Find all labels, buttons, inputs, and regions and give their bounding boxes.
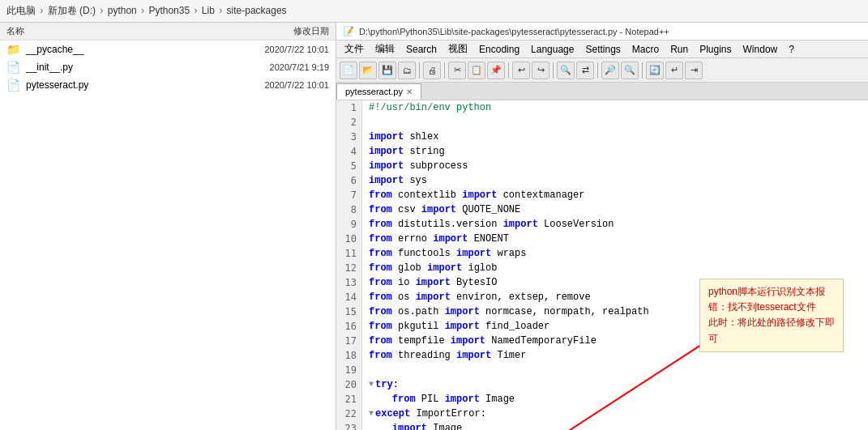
toolbar-cut[interactable]: ✂: [448, 62, 466, 79]
code-line: from functools import wraps: [369, 246, 862, 261]
toolbar-find[interactable]: 🔍: [557, 62, 575, 79]
tab-pytesseract[interactable]: pytesseract.py ✕: [336, 83, 421, 100]
menu-window[interactable]: Window: [738, 42, 783, 57]
annotation-box: python脚本运行识别文本报 错：找不到tesseract文件 此时：将此处的…: [699, 279, 844, 352]
folder-icon: 📁: [6, 43, 23, 56]
code-content[interactable]: #!/usr/bin/env python import shleximport…: [362, 100, 868, 430]
code-line: from csv import QUOTE_NONE: [369, 202, 862, 217]
file-list-header: 名称 修改日期: [0, 23, 336, 40]
address-bar: 此电脑 › 新加卷 (D:) › python › Python35 › Lib…: [0, 0, 868, 23]
npp-title: D:\python\Python35\Lib\site-packages\pyt…: [359, 27, 669, 36]
code-line: [369, 115, 862, 130]
line-number: 5: [341, 159, 357, 173]
line-number: 9: [341, 217, 357, 232]
menu-run[interactable]: Run: [665, 42, 693, 57]
toolbar-redo[interactable]: ↪: [532, 62, 549, 79]
toolbar-separator: [444, 62, 445, 79]
menu-encoding[interactable]: Encoding: [474, 42, 524, 57]
code-line: import subprocess: [369, 159, 862, 173]
code-line: from errno import ENOENT: [369, 232, 862, 246]
col-date-header: 修改日期: [224, 25, 329, 37]
npp-menubar: 文件 编辑 Search 视图 Encoding Language Settin…: [336, 40, 868, 58]
toolbar-open[interactable]: 📂: [359, 62, 377, 79]
line-number: 13: [341, 275, 357, 290]
line-number: 3: [341, 130, 357, 144]
line-number: 23: [341, 421, 357, 430]
main-content: 名称 修改日期 📁 __pycache__ 2020/7/22 10:01 📄 …: [0, 23, 868, 430]
toolbar-new[interactable]: 📄: [340, 62, 357, 79]
code-line: import sys: [369, 173, 862, 188]
toolbar-indent[interactable]: ⇥: [685, 62, 703, 79]
line-number: 14: [341, 290, 357, 304]
line-number: 7: [341, 188, 357, 202]
line-numbers: 1234567891011121314151617181920212223242…: [336, 100, 362, 430]
file-date: 2020/7/22 10:01: [224, 45, 329, 54]
line-number: 11: [341, 246, 357, 261]
toolbar-separator: [553, 62, 554, 79]
line-number: 21: [341, 392, 357, 407]
line-number: 12: [341, 261, 357, 275]
menu-plugins[interactable]: Plugins: [695, 42, 736, 57]
line-number: 6: [341, 173, 357, 188]
toolbar-save[interactable]: 💾: [378, 62, 396, 79]
code-line: from distutils.version import LooseVersi…: [369, 217, 862, 232]
file-explorer: 名称 修改日期 📁 __pycache__ 2020/7/22 10:01 📄 …: [0, 23, 336, 430]
line-number: 20: [341, 377, 357, 392]
col-name-header: 名称: [6, 25, 224, 37]
line-number: 10: [341, 232, 357, 246]
menu-macro[interactable]: Macro: [627, 42, 664, 57]
toolbar-separator: [419, 62, 420, 79]
tab-close-btn[interactable]: ✕: [406, 87, 413, 96]
notepad-panel: 📝 D:\python\Python35\Lib\site-packages\p…: [336, 23, 868, 430]
code-line: from PIL import Image: [369, 392, 862, 407]
toolbar-replace[interactable]: ⇄: [576, 62, 594, 79]
toolbar-zoom-out[interactable]: 🔍: [621, 62, 639, 79]
toolbar-sync[interactable]: 🔄: [646, 62, 664, 79]
line-number: 1: [341, 100, 357, 115]
code-line: #!/usr/bin/env python: [369, 100, 862, 115]
toolbar-paste[interactable]: 📌: [487, 62, 505, 79]
list-item[interactable]: 📄 __init__.py 2020/7/21 9:19: [0, 58, 336, 76]
file-date: 2020/7/22 10:01: [224, 80, 329, 90]
menu-view[interactable]: 视图: [443, 40, 472, 57]
line-number: 8: [341, 202, 357, 217]
file-name: __init__.py: [26, 62, 224, 73]
line-number: 16: [341, 319, 357, 334]
list-item[interactable]: 📄 pytesseract.py 2020/7/22 10:01: [0, 76, 336, 94]
menu-help[interactable]: ?: [784, 42, 799, 57]
menu-file[interactable]: 文件: [340, 40, 369, 57]
file-list: 📁 __pycache__ 2020/7/22 10:01 📄 __init__…: [0, 40, 336, 430]
line-number: 19: [341, 363, 357, 377]
toolbar-separator: [597, 62, 598, 79]
code-line: [369, 363, 862, 377]
py-file-icon: 📄: [6, 79, 23, 92]
notepad-icon: 📝: [343, 26, 354, 36]
file-name: pytesseract.py: [26, 79, 224, 91]
py-file-icon: 📄: [6, 61, 23, 74]
npp-toolbar: 📄 📂 💾 🗂 🖨 ✂ 📋 📌 ↩ ↪ 🔍 ⇄ 🔎 🔍 🔄 ↵ ⇥: [336, 58, 868, 83]
line-number: 22: [341, 407, 357, 421]
toolbar-zoom-in[interactable]: 🔎: [601, 62, 619, 79]
code-editor[interactable]: 1234567891011121314151617181920212223242…: [336, 100, 868, 430]
code-line: import shlex: [369, 130, 862, 144]
menu-edit[interactable]: 编辑: [370, 40, 400, 57]
npp-titlebar: 📝 D:\python\Python35\Lib\site-packages\p…: [336, 23, 868, 40]
breadcrumb: 此电脑 › 新加卷 (D:) › python › Python35 › Lib…: [6, 4, 287, 18]
menu-settings[interactable]: Settings: [580, 42, 625, 57]
file-name: __pycache__: [26, 44, 224, 55]
npp-tabbar: pytesseract.py ✕: [336, 83, 868, 100]
list-item[interactable]: 📁 __pycache__ 2020/7/22 10:01: [0, 40, 336, 58]
toolbar-copy[interactable]: 📋: [468, 62, 485, 79]
line-number: 15: [341, 304, 357, 319]
toolbar-wrap[interactable]: ↵: [665, 62, 683, 79]
toolbar-saveall[interactable]: 🗂: [398, 62, 416, 79]
menu-language[interactable]: Language: [526, 42, 579, 57]
toolbar-print[interactable]: 🖨: [423, 62, 441, 79]
menu-search[interactable]: Search: [401, 42, 442, 57]
code-line: import string: [369, 144, 862, 159]
toolbar-separator: [642, 62, 643, 79]
line-number: 2: [341, 115, 357, 130]
line-number: 18: [341, 348, 357, 363]
toolbar-undo[interactable]: ↩: [512, 62, 530, 79]
toolbar-separator: [508, 62, 509, 79]
